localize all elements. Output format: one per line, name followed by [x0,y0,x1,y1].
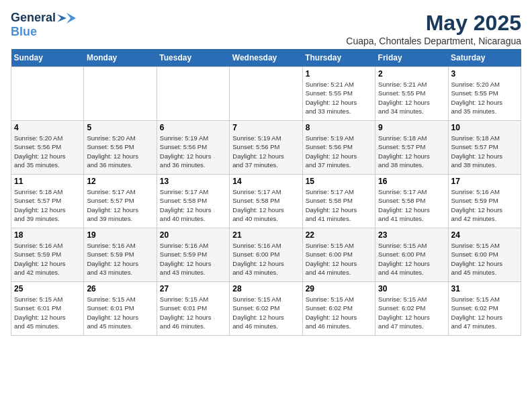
col-header-thursday: Thursday [302,49,375,67]
calendar-cell: 28Sunrise: 5:15 AM Sunset: 6:02 PM Dayli… [230,282,302,336]
calendar-cell: 21Sunrise: 5:16 AM Sunset: 6:00 PM Dayli… [230,228,302,282]
calendar-cell: 30Sunrise: 5:15 AM Sunset: 6:02 PM Dayli… [375,282,448,336]
page-header: General Blue May 2025 Cuapa, Chontales D… [11,11,521,46]
day-number: 5 [87,123,153,132]
cell-content: Sunrise: 5:16 AM Sunset: 6:00 PM Dayligh… [232,241,299,277]
calendar-cell [84,67,157,121]
calendar-cell: 14Sunrise: 5:17 AM Sunset: 5:58 PM Dayli… [230,175,302,228]
cell-content: Sunrise: 5:15 AM Sunset: 6:02 PM Dayligh… [378,295,445,330]
day-number: 13 [160,177,226,186]
day-number: 22 [306,230,372,240]
day-number: 11 [14,177,81,186]
location-title: Cuapa, Chontales Department, Nicaragua [346,36,521,46]
calendar-cell: 12Sunrise: 5:17 AM Sunset: 5:57 PM Dayli… [84,175,157,228]
col-header-tuesday: Tuesday [157,49,229,67]
calendar-cell: 23Sunrise: 5:15 AM Sunset: 6:00 PM Dayli… [375,228,448,282]
cell-content: Sunrise: 5:15 AM Sunset: 6:02 PM Dayligh… [306,295,372,330]
calendar-cell: 27Sunrise: 5:15 AM Sunset: 6:01 PM Dayli… [157,282,229,336]
cell-content: Sunrise: 5:20 AM Sunset: 5:56 PM Dayligh… [14,134,81,169]
calendar-cell: 16Sunrise: 5:17 AM Sunset: 5:58 PM Dayli… [375,175,448,228]
calendar-cell: 26Sunrise: 5:15 AM Sunset: 6:01 PM Dayli… [84,282,157,336]
calendar-cell: 13Sunrise: 5:17 AM Sunset: 5:58 PM Dayli… [157,175,229,228]
day-number: 6 [160,123,226,132]
cell-content: Sunrise: 5:15 AM Sunset: 6:01 PM Dayligh… [160,295,226,330]
month-title: May 2025 [346,11,521,36]
day-number: 26 [87,284,153,293]
calendar-cell: 6Sunrise: 5:19 AM Sunset: 5:56 PM Daylig… [157,121,229,175]
calendar-cell: 7Sunrise: 5:19 AM Sunset: 5:56 PM Daylig… [230,121,302,175]
svg-marker-0 [66,13,76,24]
cell-content: Sunrise: 5:19 AM Sunset: 5:56 PM Dayligh… [306,134,372,169]
calendar-week-row: 18Sunrise: 5:16 AM Sunset: 5:59 PM Dayli… [11,228,521,282]
day-number: 19 [87,230,153,240]
day-number: 31 [451,284,518,293]
day-number: 18 [14,230,81,240]
cell-content: Sunrise: 5:20 AM Sunset: 5:55 PM Dayligh… [451,80,518,116]
cell-content: Sunrise: 5:21 AM Sunset: 5:55 PM Dayligh… [306,80,372,116]
cell-content: Sunrise: 5:15 AM Sunset: 6:01 PM Dayligh… [14,295,81,330]
day-number: 27 [160,284,226,293]
calendar-cell: 2Sunrise: 5:21 AM Sunset: 5:55 PM Daylig… [375,67,448,121]
day-number: 1 [306,69,372,79]
day-number: 21 [232,230,299,240]
day-number: 8 [306,123,372,132]
calendar-cell: 24Sunrise: 5:15 AM Sunset: 6:00 PM Dayli… [448,228,521,282]
day-number: 30 [378,284,445,293]
cell-content: Sunrise: 5:18 AM Sunset: 5:57 PM Dayligh… [451,134,518,169]
logo-bird-icon [57,11,76,25]
day-number: 2 [378,69,445,79]
cell-content: Sunrise: 5:16 AM Sunset: 5:59 PM Dayligh… [14,241,81,277]
calendar-cell [230,67,302,121]
calendar-cell: 22Sunrise: 5:15 AM Sunset: 6:00 PM Dayli… [302,228,375,282]
day-number: 14 [232,177,299,186]
calendar-cell: 19Sunrise: 5:16 AM Sunset: 5:59 PM Dayli… [84,228,157,282]
calendar-week-row: 25Sunrise: 5:15 AM Sunset: 6:01 PM Dayli… [11,282,521,336]
day-number: 16 [378,177,445,186]
col-header-sunday: Sunday [11,49,84,67]
cell-content: Sunrise: 5:15 AM Sunset: 6:02 PM Dayligh… [451,295,518,330]
cell-content: Sunrise: 5:17 AM Sunset: 5:57 PM Dayligh… [87,187,153,223]
svg-marker-1 [57,14,66,22]
col-header-wednesday: Wednesday [230,49,302,67]
day-number: 25 [14,284,81,293]
calendar-table: SundayMondayTuesdayWednesdayThursdayFrid… [11,49,521,336]
calendar-cell: 15Sunrise: 5:17 AM Sunset: 5:58 PM Dayli… [302,175,375,228]
calendar-cell: 3Sunrise: 5:20 AM Sunset: 5:55 PM Daylig… [448,67,521,121]
calendar-cell: 4Sunrise: 5:20 AM Sunset: 5:56 PM Daylig… [11,121,84,175]
cell-content: Sunrise: 5:15 AM Sunset: 6:01 PM Dayligh… [87,295,153,330]
calendar-week-row: 4Sunrise: 5:20 AM Sunset: 5:56 PM Daylig… [11,121,521,175]
cell-content: Sunrise: 5:15 AM Sunset: 6:00 PM Dayligh… [306,241,372,277]
cell-content: Sunrise: 5:17 AM Sunset: 5:58 PM Dayligh… [160,187,226,223]
day-number: 28 [232,284,299,293]
cell-content: Sunrise: 5:16 AM Sunset: 5:59 PM Dayligh… [160,241,226,277]
calendar-week-row: 1Sunrise: 5:21 AM Sunset: 5:55 PM Daylig… [11,67,521,121]
day-number: 12 [87,177,153,186]
cell-content: Sunrise: 5:15 AM Sunset: 6:00 PM Dayligh… [378,241,445,277]
cell-content: Sunrise: 5:16 AM Sunset: 5:59 PM Dayligh… [87,241,153,277]
col-header-friday: Friday [375,49,448,67]
day-number: 23 [378,230,445,240]
calendar-cell [11,67,84,121]
cell-content: Sunrise: 5:16 AM Sunset: 5:59 PM Dayligh… [451,187,518,223]
calendar-cell: 8Sunrise: 5:19 AM Sunset: 5:56 PM Daylig… [302,121,375,175]
calendar-cell: 5Sunrise: 5:20 AM Sunset: 5:56 PM Daylig… [84,121,157,175]
calendar-cell: 9Sunrise: 5:18 AM Sunset: 5:57 PM Daylig… [375,121,448,175]
calendar-cell: 25Sunrise: 5:15 AM Sunset: 6:01 PM Dayli… [11,282,84,336]
day-number: 24 [451,230,518,240]
cell-content: Sunrise: 5:19 AM Sunset: 5:56 PM Dayligh… [160,134,226,169]
day-number: 4 [14,123,81,132]
calendar-cell: 29Sunrise: 5:15 AM Sunset: 6:02 PM Dayli… [302,282,375,336]
cell-content: Sunrise: 5:20 AM Sunset: 5:56 PM Dayligh… [87,134,153,169]
col-header-saturday: Saturday [448,49,521,67]
cell-content: Sunrise: 5:15 AM Sunset: 6:02 PM Dayligh… [232,295,299,330]
day-number: 15 [306,177,372,186]
cell-content: Sunrise: 5:17 AM Sunset: 5:58 PM Dayligh… [306,187,372,223]
calendar-cell: 20Sunrise: 5:16 AM Sunset: 5:59 PM Dayli… [157,228,229,282]
calendar-cell: 18Sunrise: 5:16 AM Sunset: 5:59 PM Dayli… [11,228,84,282]
calendar-cell: 1Sunrise: 5:21 AM Sunset: 5:55 PM Daylig… [302,67,375,121]
calendar-week-row: 11Sunrise: 5:18 AM Sunset: 5:57 PM Dayli… [11,175,521,228]
title-area: May 2025 Cuapa, Chontales Department, Ni… [346,11,521,46]
day-number: 17 [451,177,518,186]
calendar-cell: 10Sunrise: 5:18 AM Sunset: 5:57 PM Dayli… [448,121,521,175]
cell-content: Sunrise: 5:15 AM Sunset: 6:00 PM Dayligh… [451,241,518,277]
